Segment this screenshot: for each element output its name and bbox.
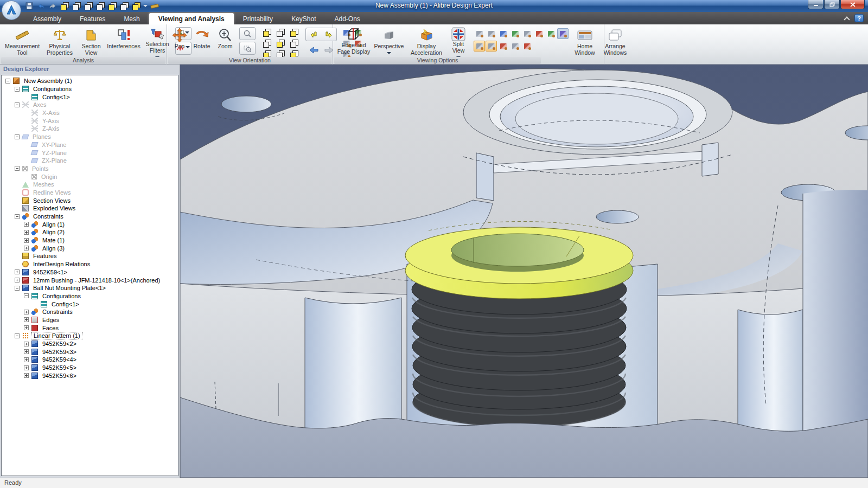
show-mesh-toggle[interactable] (545, 28, 557, 39)
tree-item[interactable]: Redline Views (2, 189, 178, 197)
wireframe-display-toggle[interactable] (497, 41, 509, 52)
3d-viewport[interactable] (180, 65, 868, 478)
tab-features[interactable]: Features (71, 13, 114, 24)
tree-item[interactable]: Axes (2, 101, 178, 109)
collapse-ribbon-icon[interactable] (844, 16, 850, 22)
tab-viewing-and-analysis[interactable]: Viewing and Analysis (149, 13, 234, 24)
tree-item[interactable]: Constraints (2, 308, 178, 316)
redo-button[interactable] (48, 1, 58, 11)
help-icon[interactable]: ? (854, 14, 864, 22)
view-iso-front-right-button[interactable] (290, 29, 298, 37)
tree-item[interactable]: Config<1> (2, 300, 178, 308)
hide-dimensions-toggle[interactable] (521, 28, 533, 39)
tree-item[interactable]: Features (2, 252, 178, 260)
tree-item[interactable]: Mate (1) (2, 236, 178, 245)
hidden-line-toggle[interactable] (509, 41, 521, 52)
section-view-button[interactable]: Section View (78, 26, 105, 56)
tree-item[interactable]: Configurations (2, 292, 178, 300)
shaded-display-toggle[interactable] (474, 41, 485, 52)
expander-icon[interactable] (24, 342, 29, 346)
view-dropdown-caret-icon[interactable] (143, 5, 148, 9)
tree-item[interactable]: Points (2, 165, 178, 173)
tree-item[interactable]: Exploded Views (2, 204, 178, 213)
zoom-to-fit-button[interactable] (239, 27, 256, 40)
expander-icon[interactable] (24, 222, 29, 227)
physical-properties-button[interactable]: Physical Properties (43, 26, 76, 56)
hide-axes-toggle[interactable] (474, 28, 485, 39)
tree-item[interactable]: 12mm Bushing - JFM-121418-10<1>(Anchored… (2, 276, 178, 284)
tree-item[interactable]: Align (1) (2, 220, 178, 228)
expander-icon[interactable] (15, 214, 20, 219)
view-back-view-button[interactable] (277, 29, 285, 37)
view-iso-front-left-button[interactable] (263, 29, 271, 37)
tree-item[interactable]: Ball Nut Mounting Plate<1> (2, 284, 178, 292)
display-acceleration-button[interactable]: Display Acceleration (406, 26, 446, 56)
rotate-view-cw-icon[interactable] (324, 31, 333, 38)
expander-icon[interactable] (15, 102, 20, 107)
close-button[interactable] (840, 0, 865, 9)
view-left-view-button[interactable] (263, 40, 271, 48)
tree-item[interactable]: Align (3) (2, 244, 178, 252)
expander-icon[interactable] (15, 286, 20, 291)
tree-item[interactable]: Origin (2, 172, 178, 181)
expander-icon[interactable] (15, 278, 20, 282)
view-top-button[interactable] (119, 1, 130, 11)
tree-item[interactable]: YZ-Plane (2, 149, 178, 157)
tree-item[interactable]: 9452K59<5> (2, 364, 178, 372)
tree-item[interactable]: InterDesign Relations (2, 260, 178, 268)
interferences-button[interactable]: Interferences (106, 26, 142, 56)
expander-icon[interactable] (24, 365, 29, 370)
hide-planes-toggle[interactable] (497, 28, 509, 39)
expander-icon[interactable] (15, 87, 20, 92)
tree-item[interactable]: Meshes (2, 181, 178, 189)
view-left-button[interactable] (95, 1, 106, 11)
edge-and-face-display-button[interactable]: Edge and Face Display (336, 26, 372, 56)
tree-item[interactable]: XY-Plane (2, 141, 178, 149)
split-view-button[interactable]: Split View (448, 26, 469, 56)
tab-add-ons[interactable]: Add-Ons (326, 13, 369, 24)
tree-item[interactable]: Planes (2, 133, 178, 141)
tree-item[interactable]: Z-Axis (2, 125, 178, 133)
tab-printability[interactable]: Printability (234, 13, 282, 24)
tree-item[interactable]: Constraints (2, 213, 178, 221)
tree-item[interactable]: 9452K59<3> (2, 348, 178, 356)
view-front-view-button[interactable] (277, 40, 285, 48)
tree-item-selected[interactable]: Linear Pattern (1) (2, 332, 178, 340)
show-constraints-toggle[interactable] (533, 28, 545, 39)
view-front-button[interactable] (72, 1, 82, 11)
undo-button[interactable] (36, 1, 46, 11)
expander-icon[interactable] (15, 269, 20, 274)
measurement-tool-button[interactable]: Measurement Tool (3, 26, 42, 56)
tree-item[interactable]: Section Views (2, 196, 178, 204)
expander-icon[interactable] (24, 310, 29, 314)
rotate-button[interactable]: Rotate (190, 26, 213, 56)
expander-icon[interactable] (24, 317, 29, 322)
home-window-button[interactable]: Home Window (571, 26, 599, 56)
expander-icon[interactable] (24, 293, 29, 298)
hide-sketches-toggle[interactable] (486, 28, 497, 39)
tab-keyshot[interactable]: KeyShot (282, 13, 325, 24)
tab-assembly[interactable]: Assembly (24, 13, 71, 24)
alibre-logo-icon[interactable] (2, 1, 21, 20)
view-right-view-button[interactable] (290, 40, 298, 48)
tree-item[interactable]: 9452K59<2> (2, 340, 178, 348)
tree-item[interactable]: New Assembly (1) (2, 77, 178, 85)
view-shaded-button[interactable] (131, 1, 142, 11)
shaded-edges-toggle[interactable] (486, 41, 497, 52)
tree-item[interactable]: Align (2) (2, 228, 178, 236)
measure-quick-button[interactable] (149, 1, 159, 11)
expander-icon[interactable] (15, 333, 20, 338)
expander-icon[interactable] (24, 238, 29, 243)
expander-icon[interactable] (15, 166, 20, 171)
tree-item[interactable]: Y-Axis (2, 117, 178, 125)
minimize-button[interactable] (808, 0, 824, 9)
tree-item[interactable]: 9452K59<1> (2, 268, 178, 277)
view-right-button[interactable] (107, 1, 118, 11)
view-back-button[interactable] (84, 1, 94, 11)
show-annotations-toggle[interactable] (557, 28, 569, 39)
view-iso-button[interactable] (60, 1, 70, 11)
save-button[interactable] (24, 1, 34, 11)
tree-item[interactable]: 9452K59<6> (2, 371, 178, 380)
hide-points-toggle[interactable] (509, 28, 521, 39)
tree-item[interactable]: X-Axis (2, 109, 178, 117)
